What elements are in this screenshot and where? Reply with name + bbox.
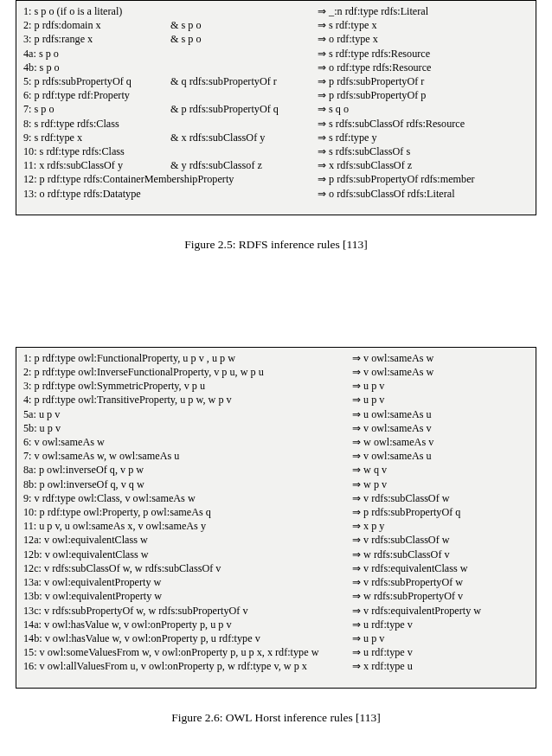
rule-conclusion: s rdfs:subClassOf s: [318, 144, 529, 158]
owl-rule-row: 11: u p v, u owl:sameAs x, v owl:sameAs …: [23, 519, 529, 533]
owl-rule-row: 8a: p owl:inverseOf q, v p ww q v: [23, 463, 529, 477]
rdfs-rule-row: 11: x rdfs:subClassOf y& y rdfs:subClass…: [23, 158, 529, 172]
figure-2-6-box: 1: p rdf:type owl:FunctionalProperty, u …: [16, 347, 536, 689]
owl-rule-row: 9: v rdf:type owl:Class, v owl:sameAs wv…: [23, 491, 529, 505]
rdfs-rule-row: 2: p rdfs:domain x& s p os rdf:type x: [23, 18, 529, 32]
rule-premise-2: [170, 61, 318, 74]
rule-premise-1: 13: o rdf:type rdfs:Datatype: [23, 187, 170, 201]
rdfs-rule-row: 1: s p o (if o is a literal)_:n rdf:type…: [23, 4, 529, 18]
figure-2-5-caption: Figure 2.5: RDFS inference rules [113]: [0, 238, 552, 252]
rule-premise-1: 9: s rdf:type x: [23, 131, 170, 144]
rule-conclusion: x rdf:type u: [352, 659, 529, 673]
owl-rule-row: 4: p rdf:type owl:TransitiveProperty, u …: [23, 393, 529, 407]
rule-premise: 12c: v rdfs:subClassOf w, w rdfs:subClas…: [23, 561, 352, 575]
rdfs-rule-row: 12: p rdf:type rdfs:ContainerMembershipP…: [23, 172, 529, 186]
rule-conclusion: s rdf:type rdfs:Resource: [318, 47, 529, 61]
rule-conclusion: v owl:sameAs u: [352, 449, 529, 463]
rule-conclusion: v rdfs:equivalentProperty w: [352, 604, 529, 618]
rule-conclusion: x rdfs:subClassOf z: [318, 158, 529, 172]
rule-premise-1: 4b: s p o: [23, 61, 170, 74]
rule-conclusion: u rdf:type v: [352, 618, 529, 631]
rule-conclusion: s q o: [318, 102, 529, 116]
rule-premise: 16: v owl:allValuesFrom u, v owl:onPrope…: [23, 659, 352, 673]
owl-rule-row: 13c: v rdfs:subPropertyOf w, w rdfs:subP…: [23, 604, 529, 618]
figure-2-6-caption: Figure 2.6: OWL Horst inference rules [1…: [0, 711, 552, 725]
owl-rule-row: 14a: v owl:hasValue w, v owl:onProperty …: [23, 618, 529, 631]
rule-premise: 9: v rdf:type owl:Class, v owl:sameAs w: [23, 491, 352, 505]
owl-rule-row: 13b: v owl:equivalentProperty ww rdfs:su…: [23, 589, 529, 603]
rule-premise: 12b: v owl:equivalentClass w: [23, 548, 352, 561]
rule-conclusion: x p y: [352, 519, 529, 533]
owl-rule-row: 14b: v owl:hasValue w, v owl:onProperty …: [23, 631, 529, 645]
rule-premise: 5b: u p v: [23, 421, 352, 435]
owl-rule-row: 1: p rdf:type owl:FunctionalProperty, u …: [23, 351, 529, 365]
rule-conclusion: p rdfs:subPropertyOf p: [318, 88, 529, 102]
rule-premise: 4: p rdf:type owl:TransitiveProperty, u …: [23, 393, 352, 407]
rule-conclusion: u owl:sameAs u: [352, 407, 529, 421]
rule-premise: 13b: v owl:equivalentProperty w: [23, 589, 352, 603]
owl-rule-row: 12c: v rdfs:subClassOf w, w rdfs:subClas…: [23, 561, 529, 575]
rule-conclusion: u p v: [352, 393, 529, 407]
rule-conclusion: w rdfs:subClassOf v: [352, 548, 529, 561]
rule-premise: 14a: v owl:hasValue w, v owl:onProperty …: [23, 618, 352, 631]
owl-rule-row: 5a: u p vu owl:sameAs u: [23, 407, 529, 421]
owl-rule-row: 13a: v owl:equivalentProperty wv rdfs:su…: [23, 575, 529, 589]
rule-premise-2: [170, 88, 318, 102]
rdfs-rule-row: 13: o rdf:type rdfs:Datatypeo rdfs:subCl…: [23, 187, 529, 201]
rule-conclusion: v owl:sameAs w: [352, 351, 529, 365]
rule-premise: 8a: p owl:inverseOf q, v p w: [23, 463, 352, 477]
rule-conclusion: v rdfs:subClassOf w: [352, 533, 529, 547]
rdfs-rule-row: 4a: s p os rdf:type rdfs:Resource: [23, 47, 529, 61]
rule-premise: 14b: v owl:hasValue w, v owl:onProperty …: [23, 631, 352, 645]
rule-premise: 13a: v owl:equivalentProperty w: [23, 575, 352, 589]
rule-conclusion: p rdfs:subPropertyOf q: [352, 505, 529, 519]
rule-conclusion: s rdf:type x: [318, 18, 529, 32]
rdfs-rule-row: 5: p rdfs:subPropertyOf q& q rdfs:subPro…: [23, 74, 529, 88]
owl-rule-row: 2: p rdf:type owl:InverseFunctionalPrope…: [23, 365, 529, 379]
rule-premise: 11: u p v, u owl:sameAs x, v owl:sameAs …: [23, 519, 352, 533]
rule-premise-1: 6: p rdf:type rdf:Property: [23, 88, 170, 102]
rule-premise-1: 2: p rdfs:domain x: [23, 18, 170, 32]
owl-rule-row: 12b: v owl:equivalentClass ww rdfs:subCl…: [23, 548, 529, 561]
rule-conclusion: u rdf:type v: [352, 645, 529, 659]
rule-conclusion: w q v: [352, 463, 529, 477]
rule-premise: 10: p rdf:type owl:Property, p owl:sameA…: [23, 505, 352, 519]
rule-conclusion: u p v: [352, 379, 529, 393]
rdfs-rule-row: 8: s rdf:type rdfs:Classs rdfs:subClassO…: [23, 117, 529, 131]
rule-premise-2: [170, 4, 318, 18]
rule-conclusion: u p v: [352, 631, 529, 645]
rule-premise: 2: p rdf:type owl:InverseFunctionalPrope…: [23, 365, 352, 379]
rdfs-rule-row: 4b: s p oo rdf:type rdfs:Resource: [23, 61, 529, 74]
rdfs-rule-row: 9: s rdf:type x& x rdfs:subClassOf ys rd…: [23, 131, 529, 144]
rule-conclusion: v owl:sameAs w: [352, 365, 529, 379]
rule-premise: 13c: v rdfs:subPropertyOf w, w rdfs:subP…: [23, 604, 352, 618]
owl-rule-row: 3: p rdf:type owl:SymmetricProperty, v p…: [23, 379, 529, 393]
owl-rule-row: 5b: u p vv owl:sameAs v: [23, 421, 529, 435]
rule-conclusion: w p v: [352, 477, 529, 491]
rule-premise-1: 8: s rdf:type rdfs:Class: [23, 117, 170, 131]
owl-rule-row: 8b: p owl:inverseOf q, v q ww p v: [23, 477, 529, 491]
rule-premise-2: [170, 144, 318, 158]
rule-premise-1: 7: s p o: [23, 102, 170, 116]
rule-conclusion: _:n rdf:type rdfs:Literal: [318, 4, 529, 18]
rdfs-rule-row: 6: p rdf:type rdf:Propertyp rdfs:subProp…: [23, 88, 529, 102]
rule-conclusion: v rdfs:equivalentClass w: [352, 561, 529, 575]
rule-premise: 3: p rdf:type owl:SymmetricProperty, v p…: [23, 379, 352, 393]
rule-conclusion: o rdf:type x: [318, 32, 529, 46]
rule-conclusion: s rdf:type y: [318, 131, 529, 144]
rule-premise-2: [170, 187, 318, 201]
owl-rule-row: 7: v owl:sameAs w, w owl:sameAs uv owl:s…: [23, 449, 529, 463]
rule-conclusion: w owl:sameAs v: [352, 435, 529, 449]
rule-premise-1: 3: p rdfs:range x: [23, 32, 170, 46]
rule-conclusion: w rdfs:subPropertyOf v: [352, 589, 529, 603]
rdfs-rule-row: 10: s rdf:type rdfs:Classs rdfs:subClass…: [23, 144, 529, 158]
rule-premise-1: 4a: s p o: [23, 47, 170, 61]
rule-premise-2: [170, 117, 318, 131]
figure-2-5-box: 1: s p o (if o is a literal)_:n rdf:type…: [16, 0, 536, 215]
rule-conclusion: s rdfs:subClassOf rdfs:Resource: [318, 117, 529, 131]
rule-premise-2: & p rdfs:subPropertyOf q: [170, 102, 318, 116]
rule-premise: 15: v owl:someValuesFrom w, v owl:onProp…: [23, 645, 352, 659]
owl-rule-row: 10: p rdf:type owl:Property, p owl:sameA…: [23, 505, 529, 519]
rule-premise: 8b: p owl:inverseOf q, v q w: [23, 477, 352, 491]
rule-premise-1: 1: s p o (if o is a literal): [23, 4, 170, 18]
